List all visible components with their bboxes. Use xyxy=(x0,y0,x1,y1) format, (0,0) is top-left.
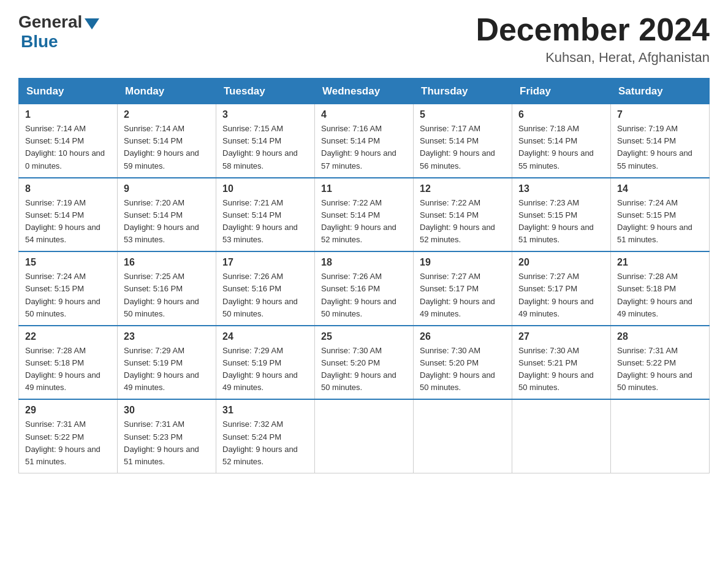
calendar-cell: 19Sunrise: 7:27 AMSunset: 5:17 PMDayligh… xyxy=(414,251,512,326)
day-info: Sunrise: 7:21 AMSunset: 5:14 PMDaylight:… xyxy=(222,197,308,247)
calendar-cell: 9Sunrise: 7:20 AMSunset: 5:14 PMDaylight… xyxy=(118,178,216,252)
calendar-cell: 17Sunrise: 7:26 AMSunset: 5:16 PMDayligh… xyxy=(216,251,315,326)
day-info: Sunrise: 7:31 AMSunset: 5:23 PMDaylight:… xyxy=(124,418,210,468)
day-info: Sunrise: 7:14 AMSunset: 5:14 PMDaylight:… xyxy=(25,123,111,172)
calendar-cell: 16Sunrise: 7:25 AMSunset: 5:16 PMDayligh… xyxy=(118,251,216,326)
calendar-cell: 29Sunrise: 7:31 AMSunset: 5:22 PMDayligh… xyxy=(19,399,118,473)
header-saturday: Saturday xyxy=(611,79,710,104)
day-number: 10 xyxy=(222,183,308,194)
calendar-week-5: 29Sunrise: 7:31 AMSunset: 5:22 PMDayligh… xyxy=(19,399,710,473)
day-info: Sunrise: 7:24 AMSunset: 5:15 PMDaylight:… xyxy=(617,197,703,247)
logo-general: General xyxy=(18,12,82,32)
day-number: 15 xyxy=(25,257,111,268)
month-title: December 2024 xyxy=(476,12,710,47)
calendar-header-row: SundayMondayTuesdayWednesdayThursdayFrid… xyxy=(19,79,710,104)
day-info: Sunrise: 7:30 AMSunset: 5:20 PMDaylight:… xyxy=(321,345,407,394)
day-number: 20 xyxy=(518,257,604,268)
calendar-cell: 24Sunrise: 7:29 AMSunset: 5:19 PMDayligh… xyxy=(216,326,315,400)
day-number: 25 xyxy=(321,331,407,342)
day-info: Sunrise: 7:25 AMSunset: 5:16 PMDaylight:… xyxy=(124,270,210,320)
logo-arrow-icon xyxy=(85,18,99,29)
day-number: 3 xyxy=(222,109,308,120)
day-info: Sunrise: 7:20 AMSunset: 5:14 PMDaylight:… xyxy=(124,197,210,247)
calendar-week-4: 22Sunrise: 7:28 AMSunset: 5:18 PMDayligh… xyxy=(19,326,710,400)
calendar-cell: 22Sunrise: 7:28 AMSunset: 5:18 PMDayligh… xyxy=(19,326,118,400)
calendar-cell: 14Sunrise: 7:24 AMSunset: 5:15 PMDayligh… xyxy=(611,178,710,252)
calendar-cell: 20Sunrise: 7:27 AMSunset: 5:17 PMDayligh… xyxy=(512,251,611,326)
day-info: Sunrise: 7:22 AMSunset: 5:14 PMDaylight:… xyxy=(420,197,506,247)
day-info: Sunrise: 7:31 AMSunset: 5:22 PMDaylight:… xyxy=(25,418,111,468)
day-number: 11 xyxy=(321,183,407,194)
day-info: Sunrise: 7:27 AMSunset: 5:17 PMDaylight:… xyxy=(518,270,604,320)
day-number: 7 xyxy=(617,109,703,120)
day-info: Sunrise: 7:28 AMSunset: 5:18 PMDaylight:… xyxy=(617,270,703,320)
day-info: Sunrise: 7:16 AMSunset: 5:14 PMDaylight:… xyxy=(321,123,407,172)
day-info: Sunrise: 7:29 AMSunset: 5:19 PMDaylight:… xyxy=(222,345,308,394)
calendar-cell: 27Sunrise: 7:30 AMSunset: 5:21 PMDayligh… xyxy=(512,326,611,400)
day-number: 27 xyxy=(518,331,604,342)
calendar-cell: 26Sunrise: 7:30 AMSunset: 5:20 PMDayligh… xyxy=(414,326,512,400)
location-subtitle: Kuhsan, Herat, Afghanistan xyxy=(476,50,710,66)
day-info: Sunrise: 7:28 AMSunset: 5:18 PMDaylight:… xyxy=(25,345,111,394)
calendar-cell: 25Sunrise: 7:30 AMSunset: 5:20 PMDayligh… xyxy=(315,326,414,400)
day-info: Sunrise: 7:27 AMSunset: 5:17 PMDaylight:… xyxy=(420,270,506,320)
day-number: 6 xyxy=(518,109,604,120)
header-friday: Friday xyxy=(512,79,611,104)
calendar-cell: 4Sunrise: 7:16 AMSunset: 5:14 PMDaylight… xyxy=(315,104,414,178)
logo-blue: Blue xyxy=(21,32,58,52)
calendar-cell xyxy=(611,399,710,473)
day-info: Sunrise: 7:19 AMSunset: 5:14 PMDaylight:… xyxy=(25,197,111,247)
calendar-week-1: 1Sunrise: 7:14 AMSunset: 5:14 PMDaylight… xyxy=(19,104,710,178)
day-number: 9 xyxy=(124,183,210,194)
calendar-cell: 6Sunrise: 7:18 AMSunset: 5:14 PMDaylight… xyxy=(512,104,611,178)
day-number: 19 xyxy=(420,257,506,268)
calendar-cell: 18Sunrise: 7:26 AMSunset: 5:16 PMDayligh… xyxy=(315,251,414,326)
calendar-cell xyxy=(414,399,512,473)
calendar-cell xyxy=(512,399,611,473)
day-number: 4 xyxy=(321,109,407,120)
day-number: 28 xyxy=(617,331,703,342)
day-number: 1 xyxy=(25,109,111,120)
day-number: 17 xyxy=(222,257,308,268)
day-number: 14 xyxy=(617,183,703,194)
day-info: Sunrise: 7:22 AMSunset: 5:14 PMDaylight:… xyxy=(321,197,407,247)
calendar-cell: 5Sunrise: 7:17 AMSunset: 5:14 PMDaylight… xyxy=(414,104,512,178)
day-number: 5 xyxy=(420,109,506,120)
day-info: Sunrise: 7:30 AMSunset: 5:21 PMDaylight:… xyxy=(518,345,604,394)
day-number: 8 xyxy=(25,183,111,194)
calendar-table: SundayMondayTuesdayWednesdayThursdayFrid… xyxy=(18,78,710,473)
calendar-cell xyxy=(315,399,414,473)
header-wednesday: Wednesday xyxy=(315,79,414,104)
day-info: Sunrise: 7:30 AMSunset: 5:20 PMDaylight:… xyxy=(420,345,506,394)
calendar-cell: 1Sunrise: 7:14 AMSunset: 5:14 PMDaylight… xyxy=(19,104,118,178)
calendar-cell: 13Sunrise: 7:23 AMSunset: 5:15 PMDayligh… xyxy=(512,178,611,252)
calendar-week-3: 15Sunrise: 7:24 AMSunset: 5:15 PMDayligh… xyxy=(19,251,710,326)
day-number: 13 xyxy=(518,183,604,194)
day-number: 24 xyxy=(222,331,308,342)
day-number: 16 xyxy=(124,257,210,268)
day-number: 22 xyxy=(25,331,111,342)
header-sunday: Sunday xyxy=(19,79,118,104)
logo: General Blue xyxy=(18,12,102,52)
day-number: 31 xyxy=(222,405,308,416)
calendar-cell: 2Sunrise: 7:14 AMSunset: 5:14 PMDaylight… xyxy=(118,104,216,178)
header-monday: Monday xyxy=(118,79,216,104)
day-info: Sunrise: 7:15 AMSunset: 5:14 PMDaylight:… xyxy=(222,123,308,172)
day-number: 30 xyxy=(124,405,210,416)
day-info: Sunrise: 7:19 AMSunset: 5:14 PMDaylight:… xyxy=(617,123,703,172)
day-info: Sunrise: 7:18 AMSunset: 5:14 PMDaylight:… xyxy=(518,123,604,172)
day-info: Sunrise: 7:31 AMSunset: 5:22 PMDaylight:… xyxy=(617,345,703,394)
calendar-cell: 10Sunrise: 7:21 AMSunset: 5:14 PMDayligh… xyxy=(216,178,315,252)
day-info: Sunrise: 7:17 AMSunset: 5:14 PMDaylight:… xyxy=(420,123,506,172)
day-info: Sunrise: 7:26 AMSunset: 5:16 PMDaylight:… xyxy=(321,270,407,320)
day-number: 26 xyxy=(420,331,506,342)
day-number: 18 xyxy=(321,257,407,268)
calendar-cell: 23Sunrise: 7:29 AMSunset: 5:19 PMDayligh… xyxy=(118,326,216,400)
day-number: 23 xyxy=(124,331,210,342)
calendar-cell: 7Sunrise: 7:19 AMSunset: 5:14 PMDaylight… xyxy=(611,104,710,178)
calendar-cell: 28Sunrise: 7:31 AMSunset: 5:22 PMDayligh… xyxy=(611,326,710,400)
day-info: Sunrise: 7:14 AMSunset: 5:14 PMDaylight:… xyxy=(124,123,210,172)
day-info: Sunrise: 7:23 AMSunset: 5:15 PMDaylight:… xyxy=(518,197,604,247)
page-header: General Blue December 2024 Kuhsan, Herat… xyxy=(18,12,710,66)
day-info: Sunrise: 7:26 AMSunset: 5:16 PMDaylight:… xyxy=(222,270,308,320)
